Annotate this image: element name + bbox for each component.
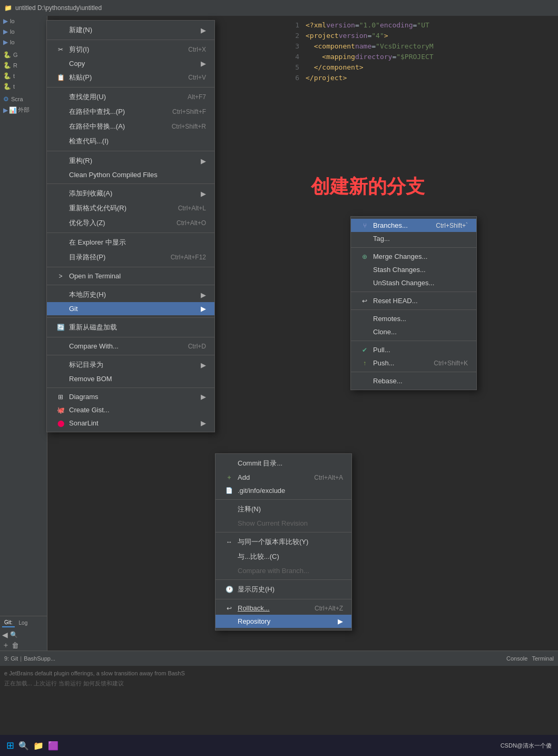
menu-item-rollback[interactable]: ↩ Rollback... Ctrl+Alt+Z (216, 602, 351, 615)
menu-item-unstash[interactable]: UnStash Changes... (351, 276, 476, 289)
git-tab-log[interactable]: Log (17, 619, 30, 627)
diagrams-icon: ⊞ (55, 393, 66, 401)
reload-icon: 🔄 (55, 324, 66, 331)
menu-item-openinterm[interactable]: > Open in Terminal (47, 269, 214, 283)
menu-item-annotate[interactable]: 注释(N) (216, 502, 351, 517)
submenu-arrow-sonarlint: ▶ (201, 419, 206, 427)
menu-item-showinexplorer[interactable]: 在 Explorer 中显示 (47, 235, 214, 250)
menu-item-showcurrentrev: Show Current Revision (216, 517, 351, 530)
menu-item-paste[interactable]: 📋 粘贴(P) Ctrl+V (47, 70, 214, 85)
menu-item-new[interactable]: 新建(N) ▶ (47, 23, 214, 37)
menu-item-showhistory[interactable]: 🕐 显示历史(H) (216, 582, 351, 597)
rollback-icon: ↩ (224, 605, 234, 612)
sidebar-search-icon[interactable]: 🔍 (10, 631, 18, 638)
sidebar-item-3[interactable]: ▶ lo (0, 37, 47, 47)
menu-item-cleanpython[interactable]: Clean Python Compiled Files (47, 168, 214, 181)
separator-g1 (216, 499, 351, 500)
menu-item-reload[interactable]: 🔄 重新从磁盘加载 (47, 320, 214, 335)
bottom-tab-terminal[interactable]: Terminal (532, 655, 554, 662)
menu-item-creategist[interactable]: 🐙 Create Gist... (47, 403, 214, 416)
taskbar-app1-icon[interactable]: 🟪 (48, 741, 58, 751)
sidebar-item-ext[interactable]: ▶ 📊 外部 (0, 104, 47, 115)
menu-item-remotes[interactable]: Remotes... (351, 312, 476, 325)
menu-item-refactor[interactable]: 重构(R) ▶ (47, 153, 214, 168)
taskbar-search-icon[interactable]: 🔍 (18, 741, 29, 751)
sidebar-left-icon[interactable]: ◀ (2, 631, 8, 639)
openinterm-icon: > (55, 273, 66, 280)
menu-item-replaceinpath[interactable]: 在路径中替换...(A) Ctrl+Shift+R (47, 119, 214, 134)
separator-2 (47, 87, 214, 88)
separator-7 (47, 285, 214, 285)
menu-item-localhistory[interactable]: 本地历史(H) ▶ (47, 287, 214, 302)
menu-item-reformat[interactable]: 重新格式化代码(R) Ctrl+Alt+L (47, 201, 214, 216)
menu-item-rebase[interactable]: Rebase... (351, 374, 476, 387)
bottom-tab-git9[interactable]: 9: Git (4, 655, 18, 662)
sidebar: ▶ lo ▶ lo ▶ lo 🐍 G 🐍 R 🐍 t 🐍 t ⚙ Scra ▶ … (0, 16, 47, 651)
menu-item-inspectcode[interactable]: 检查代码...(I) (47, 134, 214, 149)
menu-item-addtofav[interactable]: 添加到收藏(A) ▶ (47, 186, 214, 201)
bottom-right-tabs: Console Terminal (506, 655, 554, 662)
sidebar-add-icon[interactable]: ＋ (2, 641, 9, 650)
menu-item-sonarlint[interactable]: ⬤ SonarLint ▶ (47, 416, 214, 430)
menu-item-push[interactable]: ↑ Push... Ctrl+Shift+K (351, 356, 476, 370)
sidebar-item-py2[interactable]: 🐍 R (0, 60, 47, 71)
menu-item-clone[interactable]: Clone... (351, 325, 476, 338)
comparesamerepo-icon: ↔ (224, 538, 234, 546)
menu-item-removebom[interactable]: Remove BOM (47, 372, 214, 385)
submenu-arrow-copy: ▶ (201, 60, 206, 67)
sidebar-item-py4[interactable]: 🐍 t (0, 81, 47, 92)
sidebar-item-py1[interactable]: 🐍 G (0, 50, 47, 60)
separator-4 (47, 183, 214, 184)
bottom-panel: 9: Git | BashSupp... Console Terminal e … (0, 651, 558, 735)
menu-item-commitdir[interactable]: Commit 目录... (216, 456, 351, 471)
menu-item-tag[interactable]: Tag... (351, 232, 476, 245)
menu-item-markdiras[interactable]: 标记目录为 ▶ (47, 357, 214, 372)
menu-item-optimize[interactable]: 优化导入(Z) Ctrl+Alt+O (47, 216, 214, 230)
menu-item-diagrams[interactable]: ⊞ Diagrams ▶ (47, 390, 214, 403)
sidebar-item-2[interactable]: ▶ lo (0, 26, 47, 37)
separator-1 (47, 40, 214, 40)
context-menu-2: Commit 目录... + Add Ctrl+Alt+A 📄 .git/inf… (215, 453, 352, 631)
taskbar-folder-icon[interactable]: 📁 (33, 741, 44, 751)
sidebar-delete-icon[interactable]: 🗑 (12, 641, 19, 650)
bottom-panel-separator: | (20, 655, 22, 662)
menu-item-gitexclude[interactable]: 📄 .git/info/exclude (216, 484, 351, 497)
menu-item-stash[interactable]: Stash Changes... (351, 263, 476, 276)
menu-item-cut[interactable]: ✂ 剪切(I) Ctrl+X (47, 42, 214, 57)
gitexclude-icon: 📄 (224, 487, 234, 494)
menu-item-findusage[interactable]: 查找使用(U) Alt+F7 (47, 90, 214, 104)
git-tab-active[interactable]: Git: (2, 618, 15, 627)
menu-item-git[interactable]: Git ▶ (47, 302, 214, 315)
git-log-tabs-area: Git: Log (0, 616, 47, 629)
bottom-tab-console[interactable]: Console (506, 655, 527, 662)
menu-item-repository[interactable]: Repository ▶ (216, 615, 351, 628)
menu-item-resethead[interactable]: ↩ Reset HEAD... (351, 294, 476, 307)
menu-item-comparewithdot[interactable]: 与...比较...(C) (216, 549, 351, 564)
sidebar-item-1[interactable]: ▶ lo (0, 16, 47, 26)
menu-item-dirpath[interactable]: 目录路径(P) Ctrl+Alt+F12 (47, 250, 214, 265)
editor-line-3: 3 <component name="VcsDirectoryM (283, 41, 554, 52)
menu-item-add[interactable]: + Add Ctrl+Alt+A (216, 471, 351, 484)
separator-10 (47, 355, 214, 355)
menu-item-branches[interactable]: ⑂ Branches... Ctrl+Shift+` (351, 219, 476, 232)
menu-item-copy[interactable]: Copy ▶ (47, 57, 214, 70)
submenu-arrow-repository: ▶ (338, 617, 343, 625)
menu-item-findinpath[interactable]: 在路径中查找...(P) Ctrl+Shift+F (47, 104, 214, 119)
sidebar-item-py3[interactable]: 🐍 t (0, 71, 47, 81)
menu-item-mergechanges[interactable]: ⊕ Merge Changes... (351, 250, 476, 263)
menu-item-comparewith[interactable]: Compare With... Ctrl+D (47, 340, 214, 353)
menu-item-comparesamerepo[interactable]: ↔ 与同一个版本库比较(Y) (216, 535, 351, 549)
submenu-arrow-new: ▶ (201, 26, 206, 34)
menu-item-pull[interactable]: ✔ Pull... (351, 343, 476, 356)
submenu-arrow-localhistory: ▶ (201, 291, 206, 299)
windows-logo-icon[interactable]: ⊞ (6, 740, 14, 751)
sidebar-item-scra[interactable]: ⚙ Scra (0, 94, 47, 104)
showhistory-icon: 🕐 (224, 586, 234, 593)
separator-g2 (216, 532, 351, 532)
taskbar-left: ⊞ 🔍 📁 🟪 (6, 740, 58, 751)
bottom-content-text: e JetBrains default plugin offerings, a … (4, 670, 554, 676)
separator-r2 (351, 292, 476, 292)
cut-icon: ✂ (55, 46, 66, 53)
separator-r4 (351, 341, 476, 341)
bottom-tab-bash[interactable]: BashSupp... (24, 655, 55, 662)
